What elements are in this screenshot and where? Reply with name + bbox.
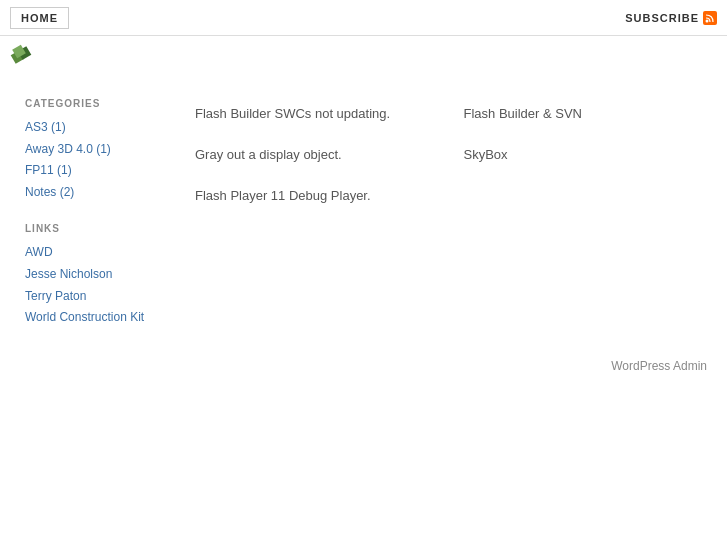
sidebar-link-world[interactable]: World Construction Kit xyxy=(25,307,165,329)
sidebar-item-notes[interactable]: Notes (2) xyxy=(25,182,165,204)
categories-title: Categories xyxy=(25,98,165,109)
article-link-1[interactable]: Flash Builder & SVN xyxy=(464,98,713,129)
article-link-4[interactable]: Flash Player 11 Debug Player. xyxy=(195,180,444,211)
rss-icon[interactable] xyxy=(703,11,717,25)
footer: WordPress Admin xyxy=(0,339,727,383)
article-link-2[interactable]: Gray out a display object. xyxy=(195,139,444,170)
subscribe-label: SUBSCRIBE xyxy=(625,12,699,24)
subscribe-area: SUBSCRIBE xyxy=(625,11,717,25)
sidebar-link-awd[interactable]: AWD xyxy=(25,242,165,264)
logo-area xyxy=(0,36,727,78)
sidebar-item-fp11[interactable]: FP11 (1) xyxy=(25,160,165,182)
links-title: Links xyxy=(25,223,165,234)
svg-point-0 xyxy=(706,19,709,22)
wordpress-admin-link[interactable]: WordPress Admin xyxy=(611,359,707,373)
sidebar-item-away3d[interactable]: Away 3D 4.0 (1) xyxy=(25,139,165,161)
home-nav-link[interactable]: HOME xyxy=(10,7,69,29)
article-link-3[interactable]: SkyBox xyxy=(464,139,713,170)
articles-grid: Flash Builder SWCs not updating. Flash B… xyxy=(175,78,727,339)
article-link-0[interactable]: Flash Builder SWCs not updating. xyxy=(195,98,444,129)
header: HOME SUBSCRIBE xyxy=(0,0,727,36)
sidebar-item-as3[interactable]: AS3 (1) xyxy=(25,117,165,139)
main-content: Categories AS3 (1) Away 3D 4.0 (1) FP11 … xyxy=(0,78,727,339)
sidebar: Categories AS3 (1) Away 3D 4.0 (1) FP11 … xyxy=(0,78,175,339)
logo-icon xyxy=(10,44,32,66)
sidebar-link-jesse[interactable]: Jesse Nicholson xyxy=(25,264,165,286)
sidebar-link-terry[interactable]: Terry Paton xyxy=(25,286,165,308)
